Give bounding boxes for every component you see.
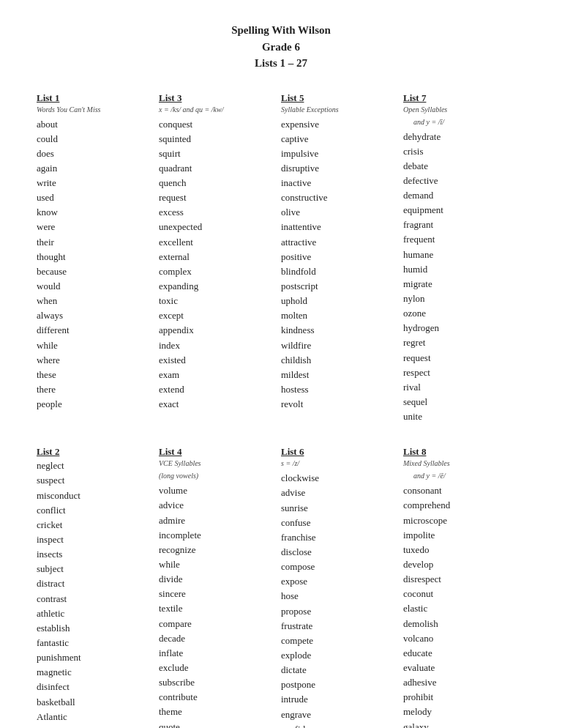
- list-item: conflict: [37, 503, 151, 518]
- list-item: Atlantic: [37, 710, 151, 724]
- list-item: impolite: [403, 528, 518, 543]
- list-item: does: [37, 146, 151, 161]
- list-item: frequent: [403, 232, 518, 247]
- list-item: equipment: [403, 203, 518, 218]
- list-item: franchise: [281, 530, 396, 545]
- list-2-title: List 2: [37, 446, 151, 458]
- list-item: excellent: [159, 235, 274, 250]
- list-4-col: List 4 VCE Syllables (long vowels) volum…: [159, 446, 281, 728]
- list-item: inspect: [37, 532, 151, 547]
- list-item: theme: [159, 705, 274, 719]
- list-item: confide: [281, 722, 396, 728]
- list-item: squinted: [159, 132, 274, 146]
- list-item: consonant: [403, 483, 518, 498]
- list-item: regret: [403, 335, 518, 350]
- list-item: volcano: [403, 631, 518, 646]
- list-item: cricket: [37, 518, 151, 532]
- list-item: hostess: [281, 382, 396, 397]
- list-item: divide: [159, 572, 274, 587]
- list-item: index: [159, 338, 274, 353]
- list-item: contribute: [159, 690, 274, 705]
- list-item: request: [403, 351, 518, 365]
- list-7-subtitle2: and y = /ī/: [403, 117, 518, 127]
- list-item: volume: [159, 483, 274, 498]
- title-line3: Lists 1 – 27: [255, 57, 307, 69]
- list-item: exclude: [159, 661, 274, 675]
- list-item: revolt: [281, 397, 396, 412]
- list-item: demand: [403, 188, 518, 203]
- list-item: basketball: [37, 695, 151, 710]
- list-6-subtitle: s = /z/: [281, 458, 396, 468]
- list-item: could: [37, 132, 151, 146]
- list-item: ozone: [403, 306, 518, 321]
- list-item: recognize: [159, 543, 274, 557]
- list-item: sequel: [403, 395, 518, 409]
- list-item: postscript: [281, 279, 396, 294]
- list-item: kindness: [281, 323, 396, 338]
- list-item: about: [37, 117, 151, 132]
- list-8-col: List 8 Mixed Syllables and y = /ē/ conso…: [403, 446, 525, 728]
- list-item: would: [37, 279, 151, 294]
- list-item: there: [37, 382, 151, 397]
- list-item: request: [159, 190, 274, 205]
- list-4-words: volumeadviceadmireincompleterecognizewhi…: [159, 483, 274, 728]
- list-item: always: [37, 308, 151, 323]
- list-item: exact: [159, 397, 274, 412]
- list-item: disrespect: [403, 572, 518, 587]
- list-item: inflate: [159, 646, 274, 661]
- list-3-col: List 3 x = /ks/ and qu = /kw/ conquestsq…: [159, 92, 281, 425]
- list-item: wildfire: [281, 338, 396, 353]
- list-1-title: List 1: [37, 92, 151, 104]
- list-item: establish: [37, 621, 151, 636]
- list-item: when: [37, 294, 151, 308]
- title-line1: Spelling With Wilson: [231, 24, 331, 36]
- list-item: know: [37, 205, 151, 220]
- list-item: advise: [281, 486, 396, 500]
- list-item: disclose: [281, 545, 396, 560]
- list-item: childish: [281, 353, 396, 368]
- list-item: elastic: [403, 601, 518, 616]
- list-item: sunrise: [281, 501, 396, 516]
- list-item: squirt: [159, 146, 274, 161]
- section-2: List 2 neglectsuspectmisconductconflictc…: [37, 446, 525, 728]
- list-item: admire: [159, 513, 274, 528]
- list-item: confuse: [281, 516, 396, 530]
- list-8-title: List 8: [403, 446, 518, 458]
- list-item: textile: [159, 601, 274, 616]
- list-item: while: [37, 338, 151, 353]
- list-5-title: List 5: [281, 92, 396, 104]
- list-item: disruptive: [281, 161, 396, 176]
- list-2-col: List 2 neglectsuspectmisconductconflictc…: [37, 446, 159, 728]
- list-item: mildest: [281, 368, 396, 382]
- list-item: galaxy: [403, 720, 518, 728]
- list-1-col: List 1 Words You Can't Miss aboutcoulddo…: [37, 92, 159, 425]
- list-item: migrate: [403, 277, 518, 291]
- list-3-subtitle: x = /ks/ and qu = /kw/: [159, 105, 274, 114]
- list-item: demolish: [403, 617, 518, 631]
- list-item: comprehend: [403, 498, 518, 513]
- list-item: excess: [159, 205, 274, 220]
- list-item: while: [159, 557, 274, 572]
- list-item: unexpected: [159, 220, 274, 234]
- list-1-words: aboutcoulddoesagainwriteusedknowwerethei…: [37, 117, 151, 412]
- list-6-title: List 6: [281, 446, 396, 458]
- list-item: expanding: [159, 279, 274, 294]
- list-item: prohibit: [403, 690, 518, 705]
- list-item: neglect: [37, 458, 151, 473]
- list-item: respect: [403, 365, 518, 380]
- list-8-words: consonantcomprehendmicroscopeimpolitetux…: [403, 483, 518, 728]
- list-item: write: [37, 176, 151, 190]
- list-item: complex: [159, 264, 274, 279]
- list-8-subtitle: Mixed Syllables: [403, 458, 518, 468]
- list-item: advice: [159, 498, 274, 513]
- list-item: except: [159, 308, 274, 323]
- list-item: athletic: [37, 606, 151, 621]
- list-item: extend: [159, 382, 274, 397]
- list-item: melody: [403, 705, 518, 719]
- list-6-col: List 6 s = /z/ clockwiseadvisesunrisecon…: [281, 446, 403, 728]
- list-item: compete: [281, 634, 396, 648]
- list-item: inattentive: [281, 220, 396, 234]
- list-item: where: [37, 353, 151, 368]
- list-item: propose: [281, 604, 396, 619]
- list-3-title: List 3: [159, 92, 274, 104]
